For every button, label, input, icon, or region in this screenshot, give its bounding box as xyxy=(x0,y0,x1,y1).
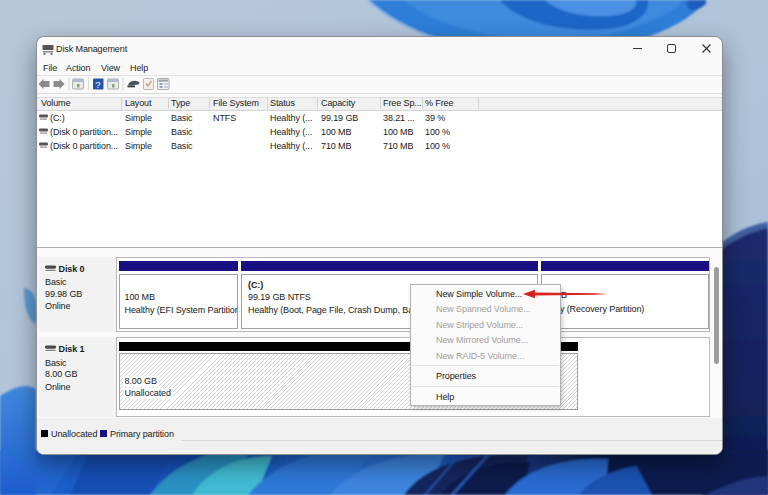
svg-text:?: ? xyxy=(95,79,100,90)
